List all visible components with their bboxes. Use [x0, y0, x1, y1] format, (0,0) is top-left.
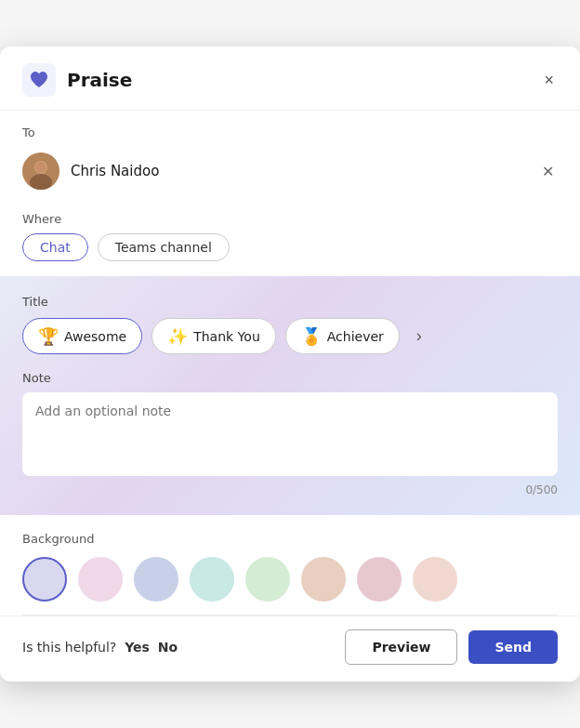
- bg-swatch-mint[interactable]: [245, 557, 290, 602]
- background-label: Background: [22, 532, 558, 546]
- praise-logo-icon: [22, 63, 56, 97]
- bg-swatch-blue-gray[interactable]: [134, 557, 178, 602]
- no-label[interactable]: No: [158, 640, 178, 655]
- thank-you-label: Thank You: [193, 329, 260, 344]
- char-count: 0/500: [22, 483, 558, 496]
- recipient-name: Chris Naidoo: [71, 163, 527, 179]
- bg-swatch-blush[interactable]: [413, 557, 457, 602]
- svg-point-4: [35, 162, 46, 173]
- remove-recipient-button[interactable]: ✕: [538, 159, 558, 184]
- to-label: To: [22, 126, 558, 139]
- recipient-row: Chris Naidoo ✕: [22, 147, 558, 203]
- bg-swatch-rose[interactable]: [357, 557, 402, 602]
- background-section: Background: [0, 515, 580, 615]
- title-badges: 🏆 Awesome ✨ Thank You 🏅 Achiever ›: [22, 318, 558, 354]
- where-teams-channel-button[interactable]: Teams channel: [98, 233, 230, 261]
- helpful-text: Is this helpful? Yes No: [22, 640, 334, 655]
- where-section: Where Chat Teams channel: [0, 203, 580, 276]
- modal-header: Praise ×: [0, 46, 580, 111]
- background-colors: [22, 557, 558, 602]
- note-input[interactable]: [22, 392, 558, 476]
- where-label: Where: [22, 212, 558, 226]
- praise-modal: Praise × To Chris Naidoo ✕ Where Chat Te…: [0, 46, 580, 682]
- bg-swatch-pink[interactable]: [78, 557, 123, 602]
- avatar: [22, 152, 59, 190]
- bg-swatch-lavender[interactable]: [22, 557, 67, 602]
- awesome-icon: 🏆: [38, 326, 59, 346]
- title-chevron-button[interactable]: ›: [409, 323, 429, 350]
- where-buttons: Chat Teams channel: [22, 233, 558, 261]
- bg-swatch-peach[interactable]: [301, 557, 346, 602]
- preview-button[interactable]: Preview: [345, 629, 457, 665]
- title-badge-thank-you[interactable]: ✨ Thank You: [152, 318, 276, 354]
- is-helpful-label: Is this helpful?: [22, 640, 116, 655]
- thank-you-icon: ✨: [167, 326, 188, 346]
- to-section: To Chris Naidoo ✕: [0, 111, 580, 203]
- awesome-label: Awesome: [64, 329, 126, 344]
- send-button[interactable]: Send: [468, 630, 558, 664]
- modal-title: Praise: [67, 69, 540, 91]
- note-label: Note: [22, 371, 558, 385]
- footer: Is this helpful? Yes No Preview Send: [0, 615, 580, 682]
- bg-swatch-teal[interactable]: [190, 557, 234, 602]
- gradient-section: Title 🏆 Awesome ✨ Thank You 🏅 Achiever ›…: [0, 276, 580, 515]
- achiever-icon: 🏅: [301, 326, 322, 346]
- title-badge-achiever[interactable]: 🏅 Achiever: [285, 318, 400, 354]
- yes-label[interactable]: Yes: [125, 640, 150, 655]
- achiever-label: Achiever: [327, 329, 384, 344]
- title-label: Title: [22, 295, 558, 309]
- where-chat-button[interactable]: Chat: [22, 233, 88, 261]
- close-button[interactable]: ×: [540, 67, 558, 94]
- title-badge-awesome[interactable]: 🏆 Awesome: [22, 318, 142, 354]
